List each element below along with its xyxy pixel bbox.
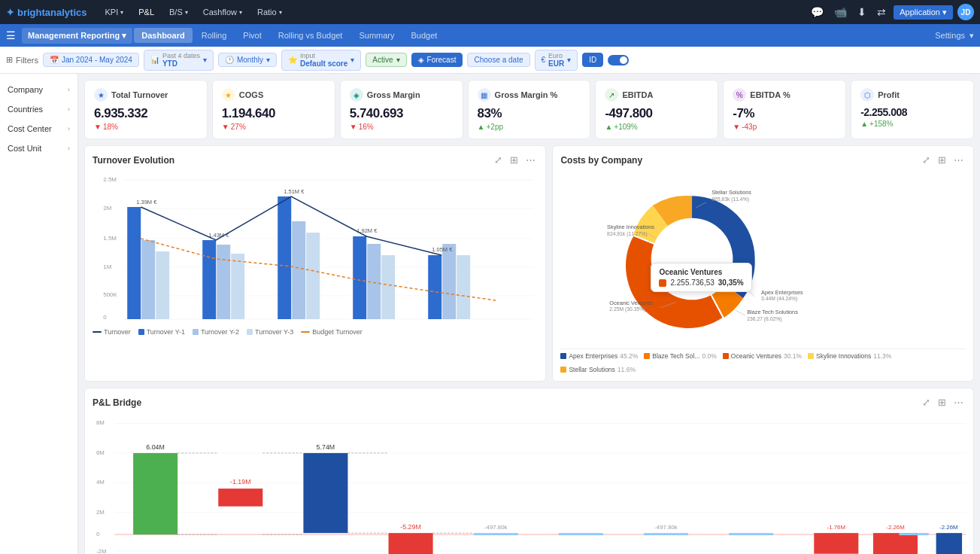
- default-score-chip[interactable]: ⭐ Input Default score ▾: [281, 50, 361, 71]
- svg-rect-74: [474, 533, 518, 535]
- video-icon[interactable]: 📹: [831, 3, 850, 21]
- kpi-change-cogs: ▼ 27%: [222, 123, 326, 131]
- grid-icon-3[interactable]: ⊞: [936, 396, 948, 409]
- svg-text:236,27 (8.02%): 236,27 (8.02%): [748, 316, 782, 322]
- choose-date-chip[interactable]: Choose a date: [467, 53, 529, 67]
- tab-summary[interactable]: Summary: [351, 28, 402, 43]
- application-button[interactable]: Application ▾: [894, 5, 953, 20]
- bar-apr-y3: [381, 255, 395, 319]
- costs-chart-card: Costs by Company ⤢ ⊞ ⋯: [552, 145, 974, 382]
- clock-icon: 🕐: [225, 56, 234, 64]
- sidebar-item-countries[interactable]: Countries ›: [0, 99, 77, 119]
- legend-oceanic-pct: 30.1%: [784, 352, 802, 360]
- logo[interactable]: ✦ brightanalytics: [6, 7, 86, 18]
- more-icon[interactable]: ⋯: [523, 154, 538, 166]
- nav-settings[interactable]: Settings ▾: [935, 31, 974, 41]
- kpi-value-gmpct: 83%: [478, 106, 581, 121]
- bar-may-y3: [457, 255, 470, 319]
- nav-bs-label: B/S: [169, 8, 183, 17]
- expand-icon-3[interactable]: ⤢: [920, 396, 933, 409]
- svg-text:Oceanic Ventures: Oceanic Ventures: [610, 300, 654, 306]
- kpi-icon-gmpct: ▦: [478, 88, 491, 102]
- svg-text:1.05M €: 1.05M €: [432, 246, 453, 253]
- kpi-title-gm: Gross Margin: [367, 90, 420, 99]
- tooltip-company: Oceanic Ventures: [659, 268, 743, 276]
- toggle-switch[interactable]: [608, 55, 629, 65]
- bar-mar-y3: [306, 233, 320, 319]
- svg-text:Stellar Solutions: Stellar Solutions: [712, 189, 752, 196]
- choose-date-value: Choose a date: [474, 56, 523, 64]
- status-value: Active: [372, 56, 393, 64]
- content-area: ★ Total Turnover 6.935.332 ▼ 18% ★ COGS …: [78, 74, 980, 554]
- download-icon[interactable]: ⬇: [854, 3, 869, 21]
- svg-rect-91: [899, 533, 928, 535]
- legend-turnover-label: Turnover: [104, 328, 131, 336]
- kpi-row: ★ Total Turnover 6.935.332 ▼ 18% ★ COGS …: [84, 80, 974, 139]
- expand-icon-2[interactable]: ⤢: [920, 154, 933, 166]
- sidebar-item-cost-unit[interactable]: Cost Unit ›: [0, 138, 77, 158]
- nav-pl[interactable]: P&L: [132, 5, 160, 20]
- bar-mar-y2: [292, 221, 305, 319]
- grid-icon-2[interactable]: ⊞: [936, 154, 948, 166]
- bridge-chart: 8M 6M 4M 2M 0 -2M -4M: [93, 415, 966, 554]
- avatar[interactable]: JD: [957, 4, 974, 20]
- sidebar-costunit-label: Cost Unit: [8, 144, 41, 153]
- workspace-button[interactable]: Management Reporting ▾: [22, 28, 132, 44]
- date-range-chip[interactable]: 📅 Jan 2024 - May 2024: [43, 53, 139, 67]
- costs-chart-title: Costs by Company: [560, 155, 642, 166]
- filter-icon: ⊞: [6, 55, 13, 65]
- kpi-ebitda-header: ↗ EBITDA: [605, 88, 708, 102]
- currency-chip[interactable]: € Euro EUR ▾: [535, 50, 578, 71]
- tab-rolling[interactable]: Rolling: [194, 28, 235, 43]
- svg-text:8M: 8M: [96, 419, 105, 426]
- more-icon-2[interactable]: ⋯: [951, 154, 966, 166]
- period-chip[interactable]: 🕐 Monthly ▾: [218, 53, 277, 67]
- nav-cashflow[interactable]: Cashflow ▾: [197, 5, 248, 20]
- svg-rect-69: [389, 533, 433, 554]
- share-icon[interactable]: ⇄: [874, 3, 889, 21]
- settings-label: Settings: [935, 31, 965, 40]
- tab-rolling-vs-budget[interactable]: Rolling vs Budget: [271, 28, 350, 43]
- tab-pivot-label: Pivot: [243, 31, 261, 40]
- tab-budget[interactable]: Budget: [403, 28, 444, 43]
- id-chip[interactable]: ID: [582, 53, 603, 67]
- sidebar-costcenter-label: Cost Center: [8, 124, 52, 133]
- kpi-icon-gm: ◈: [350, 88, 363, 102]
- chevron-down-icon-8: ▾: [203, 56, 207, 64]
- nav-bs[interactable]: B/S ▾: [163, 5, 194, 20]
- bar-jan-y2: [141, 240, 155, 319]
- legend-oceanic: Oceanic Ventures 30.1%: [723, 352, 802, 360]
- legend-skyline: Skyline Innovations 11.3%: [808, 352, 891, 360]
- kpi-total-turnover: ★ Total Turnover 6.935.332 ▼ 18%: [84, 80, 208, 139]
- turnover-chart-controls: ⤢ ⊞ ⋯: [492, 154, 538, 166]
- more-icon-3[interactable]: ⋯: [951, 396, 966, 409]
- svg-text:3.44M (44.24%): 3.44M (44.24%): [761, 296, 797, 302]
- hamburger-icon[interactable]: ☰: [6, 29, 16, 41]
- bar-jan-y3: [156, 251, 169, 319]
- tab-pivot[interactable]: Pivot: [235, 28, 269, 43]
- grid-icon[interactable]: ⊞: [508, 154, 520, 166]
- svg-text:824,91k (11.27%): 824,91k (11.27%): [608, 231, 648, 237]
- svg-text:Skyline Innovations: Skyline Innovations: [608, 224, 655, 230]
- svg-rect-59: [218, 489, 262, 507]
- svg-rect-83: [729, 533, 773, 535]
- svg-text:1.51M €: 1.51M €: [284, 188, 305, 195]
- svg-text:5.74M: 5.74M: [317, 443, 335, 451]
- sidebar-item-company[interactable]: Company ›: [0, 80, 77, 99]
- tab-budget-label: Budget: [411, 31, 437, 40]
- nav-pl-label: P&L: [138, 8, 154, 17]
- ytd-chip[interactable]: 📊 Past 4 dates YTD ▾: [144, 50, 214, 71]
- nav-kpi[interactable]: KPI ▾: [99, 5, 129, 20]
- currency-content: Euro EUR: [548, 53, 564, 68]
- kpi-value-ebitdapct: -7%: [733, 106, 836, 121]
- status-chip[interactable]: Active ▾: [366, 53, 406, 67]
- filter-toggle[interactable]: ⊞ Filters: [6, 55, 38, 65]
- sidebar-item-cost-center[interactable]: Cost Center ›: [0, 119, 77, 138]
- tab-dashboard[interactable]: Dashboard: [134, 28, 192, 43]
- nav-ratio[interactable]: Ratio ▾: [251, 5, 288, 20]
- chat-icon[interactable]: 💬: [808, 3, 827, 21]
- kpi-gmpct-header: ▦ Gross Margin %: [478, 88, 581, 102]
- expand-icon[interactable]: ⤢: [492, 154, 505, 166]
- donut-legend: Apex Enterprises 45.2% Blaze Tech Sol...…: [560, 349, 966, 373]
- forecast-chip[interactable]: ◈ Forecast: [411, 53, 463, 67]
